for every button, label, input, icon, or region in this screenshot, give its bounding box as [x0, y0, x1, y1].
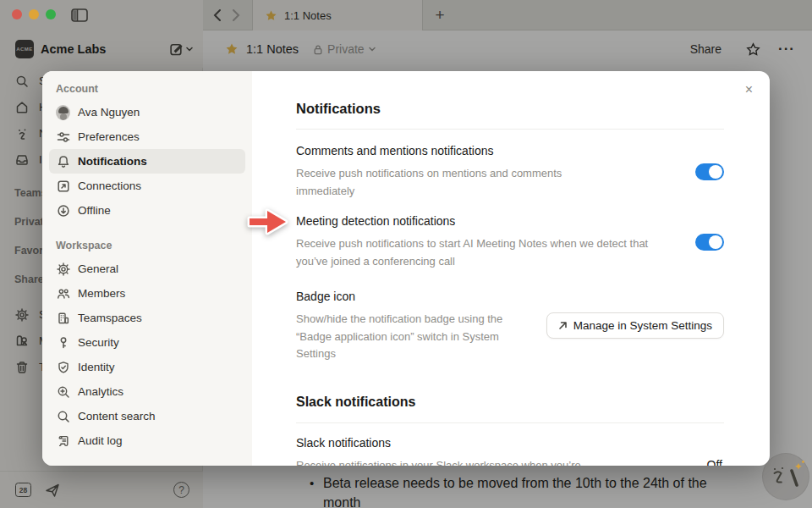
slack-notifications-value[interactable]: Off	[707, 458, 722, 467]
close-window-button[interactable]	[12, 9, 22, 19]
bell-icon	[56, 155, 70, 168]
connections-icon	[56, 179, 70, 193]
settings-item-label: Members	[78, 287, 125, 300]
sliders-icon	[56, 130, 70, 144]
settings-item-label: Preferences	[78, 130, 140, 143]
avatar	[56, 105, 70, 120]
search-icon	[56, 410, 70, 423]
settings-item-label: Security	[78, 336, 119, 349]
gear-icon	[56, 262, 70, 276]
audit-icon	[56, 434, 70, 448]
members-icon	[56, 287, 70, 301]
offline-icon	[56, 204, 70, 218]
settings-item-label: Notifications	[78, 155, 147, 168]
setting-row-meeting-detection: Meeting detection notifications Receive …	[296, 213, 724, 270]
key-icon	[56, 336, 70, 350]
ai-cursor-badge	[762, 453, 809, 500]
settings-item-label: Teamspaces	[78, 312, 142, 324]
settings-page-title: Notifications	[296, 100, 724, 117]
settings-item-analytics[interactable]: Analytics	[49, 379, 245, 404]
setting-title: Comments and mentions notifications	[296, 143, 617, 158]
divider	[296, 422, 724, 423]
setting-description: Receive push notifications to start AI M…	[296, 235, 651, 270]
settings-item-label: Connections	[78, 179, 141, 192]
traffic-lights	[12, 9, 56, 19]
settings-content: × Notifications Comments and mentions no…	[252, 71, 770, 466]
annotation-arrow-icon	[244, 206, 292, 238]
settings-item-members[interactable]: Members	[49, 281, 245, 306]
settings-item-offline[interactable]: Offline	[49, 198, 245, 223]
analytics-icon	[56, 385, 70, 399]
close-icon[interactable]: ×	[745, 83, 753, 97]
settings-section-workspace: Workspace	[49, 238, 245, 257]
settings-item-label: Offline	[78, 204, 111, 217]
settings-item-label: General	[78, 262, 118, 275]
meeting-detection-toggle[interactable]	[695, 234, 724, 251]
setting-row-comments-mentions: Comments and mentions notifications Rece…	[296, 143, 724, 200]
minimize-window-button[interactable]	[29, 9, 39, 19]
external-arrow-icon	[558, 321, 568, 330]
setting-description: Receive push notifications on mentions a…	[296, 165, 617, 200]
manage-system-settings-button[interactable]: Manage in System Settings	[546, 312, 724, 339]
settings-sidebar: Account Ava Nguyen Preferences Notificat…	[42, 71, 252, 466]
settings-item-label: Analytics	[78, 385, 123, 398]
teamspaces-icon	[56, 312, 70, 325]
settings-item-label: Ava Nguyen	[78, 106, 140, 119]
settings-item-teamspaces[interactable]: Teamspaces	[49, 306, 245, 330]
zoom-window-button[interactable]	[46, 9, 56, 19]
setting-title: Badge icon	[296, 289, 512, 304]
setting-description: Show/hide the notification badge using t…	[296, 311, 512, 363]
shield-icon	[56, 361, 70, 374]
settings-item-connections[interactable]: Connections	[49, 174, 245, 198]
settings-item-notifications[interactable]: Notifications	[49, 149, 245, 174]
setting-description: Receive notifications in your Slack work…	[296, 457, 724, 467]
settings-item-content-search[interactable]: Content search	[49, 404, 245, 428]
wand-icon	[792, 461, 804, 485]
settings-item-label: Content search	[78, 410, 156, 422]
settings-modal: Account Ava Nguyen Preferences Notificat…	[42, 71, 770, 466]
setting-title: Slack notifications	[296, 435, 724, 450]
settings-item-label: Identity	[78, 361, 115, 373]
divider	[296, 129, 724, 130]
slack-section-title: Slack notifications	[296, 394, 724, 411]
settings-item-label: Audit log	[78, 434, 123, 447]
settings-item-general[interactable]: General	[49, 257, 245, 281]
settings-item-audit-log[interactable]: Audit log	[49, 428, 245, 453]
settings-item-identity[interactable]: Identity	[49, 355, 245, 379]
settings-item-account-profile[interactable]: Ava Nguyen	[49, 100, 245, 124]
settings-item-security[interactable]: Security	[49, 330, 245, 355]
comments-notifications-toggle[interactable]	[695, 163, 724, 180]
setting-row-slack-notifications: Slack notifications Receive notification…	[296, 435, 724, 467]
setting-title: Meeting detection notifications	[296, 213, 651, 229]
setting-row-badge-icon: Badge icon Show/hide the notification ba…	[296, 289, 724, 363]
button-label: Manage in System Settings	[573, 319, 712, 332]
app-window: 1:1 Notes + ACME Acme Labs 1:1 Notes	[0, 0, 812, 508]
settings-section-account: Account	[49, 81, 245, 100]
settings-item-preferences[interactable]: Preferences	[49, 124, 245, 149]
